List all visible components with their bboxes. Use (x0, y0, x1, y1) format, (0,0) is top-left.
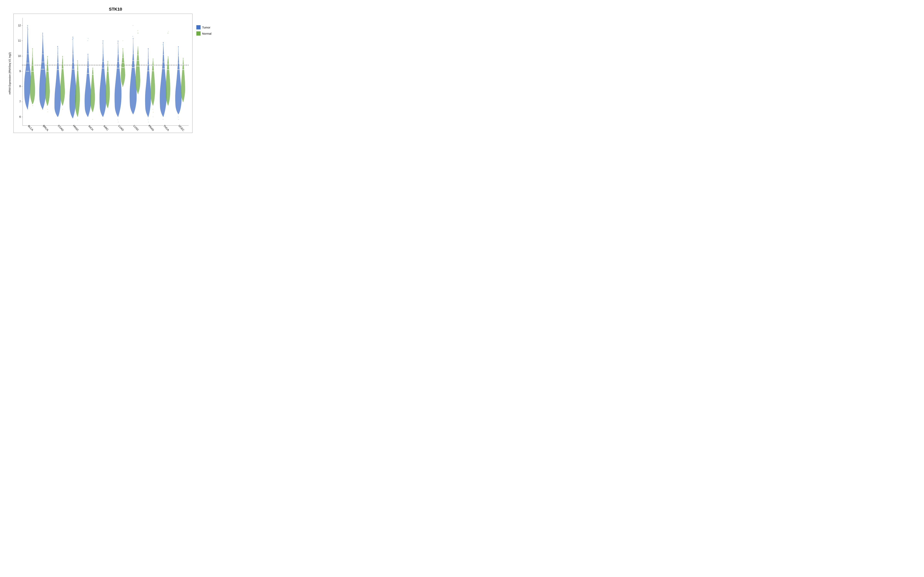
svg-point-123 (168, 31, 169, 32)
y-tick-6: 6 (19, 115, 21, 118)
svg-point-29 (47, 111, 48, 112)
violin-prad-tumor (145, 48, 151, 122)
violin-brca-tumor (39, 33, 46, 110)
svg-point-22 (42, 109, 43, 110)
svg-point-51 (77, 60, 78, 61)
svg-point-104 (148, 116, 148, 117)
x-label-kich: KICH (88, 125, 94, 131)
svg-point-84 (123, 86, 123, 87)
violin-luad-tumor (115, 41, 121, 122)
svg-point-110 (153, 112, 153, 113)
svg-point-95 (137, 33, 138, 34)
violin-thca-tumor (160, 42, 166, 119)
svg-point-11 (32, 48, 33, 49)
svg-point-44 (73, 37, 73, 37)
svg-point-62 (92, 119, 93, 119)
violin-brca-normal (45, 56, 50, 112)
svg-point-40 (62, 109, 63, 110)
svg-point-133 (183, 58, 184, 59)
svg-point-67 (102, 43, 103, 44)
svg-point-109 (153, 109, 153, 110)
chart-title: STK10 (6, 5, 225, 12)
plot-area: 12 11 10 9 8 7 (13, 14, 192, 133)
chart-container: STK10 mRNA Expression (RNASeq V2, log2) (6, 5, 225, 139)
svg-point-101 (148, 48, 149, 49)
svg-point-45 (72, 39, 73, 40)
svg-point-89 (133, 38, 134, 39)
svg-point-50 (78, 119, 78, 120)
svg-point-121 (168, 56, 168, 57)
svg-point-20 (42, 107, 43, 107)
legend-normal-label: Normal (202, 32, 212, 35)
svg-point-17 (42, 33, 43, 34)
svg-point-13 (32, 105, 33, 106)
violin-blca-tumor (24, 25, 31, 110)
svg-point-85 (123, 40, 123, 41)
violin-kirc-normal (106, 60, 110, 108)
svg-point-5 (28, 29, 28, 29)
svg-point-4 (27, 27, 27, 28)
svg-point-46 (73, 38, 74, 39)
violin-lusc-tumor (130, 25, 137, 114)
svg-point-76 (118, 41, 118, 42)
violin-lusc-normal (136, 31, 140, 94)
violin-prad-normal (151, 58, 155, 117)
svg-point-129 (178, 119, 179, 119)
svg-point-6 (27, 106, 28, 106)
svg-point-55 (87, 54, 88, 55)
svg-point-83 (123, 48, 123, 49)
svg-point-108 (153, 58, 153, 59)
svg-point-111 (153, 116, 153, 117)
svg-point-102 (148, 119, 148, 120)
y-axis-label: mRNA Expression (RNASeq V2, log2) (6, 14, 13, 133)
svg-point-68 (103, 119, 103, 119)
x-label-brca: BRCA (42, 124, 49, 132)
svg-point-134 (183, 101, 183, 102)
svg-point-38 (62, 56, 63, 57)
y-tick-12: 12 (18, 24, 21, 27)
violin-ucec-tumor (175, 46, 181, 119)
svg-point-91 (132, 25, 133, 26)
svg-point-103 (148, 122, 149, 122)
y-tick-8: 8 (19, 85, 21, 88)
x-label-kirc: KIRC (103, 125, 109, 131)
legend-tumor-box (196, 25, 200, 29)
svg-point-27 (47, 105, 48, 106)
violin-coad-tumor (55, 46, 61, 117)
violin-coad-normal (60, 56, 65, 110)
x-label-thca: THCA (163, 124, 170, 132)
svg-point-7 (27, 109, 28, 110)
svg-point-66 (103, 40, 103, 41)
legend-normal-box (196, 31, 200, 35)
violin-kich-normal (90, 63, 95, 119)
y-tick-9: 9 (19, 69, 21, 73)
violin-thca-normal (166, 31, 170, 106)
y-tick-11: 11 (18, 39, 21, 42)
svg-point-116 (163, 44, 163, 45)
svg-point-77 (118, 43, 118, 44)
legend-tumor: Tumor (196, 25, 225, 29)
svg-point-61 (92, 68, 93, 68)
svg-point-18 (42, 35, 42, 35)
y-tick-10: 10 (18, 55, 21, 58)
violin-ucec-normal (181, 58, 185, 102)
svg-point-72 (107, 61, 108, 62)
svg-point-12 (32, 103, 33, 104)
svg-point-33 (57, 46, 58, 47)
svg-point-28 (47, 109, 48, 110)
x-label-ucec: UCEC (178, 124, 185, 132)
svg-point-96 (137, 31, 138, 31)
y-tick-7: 7 (19, 100, 21, 103)
svg-point-115 (163, 42, 164, 43)
svg-point-79 (118, 122, 119, 122)
violin-kich-tumor (85, 38, 91, 117)
x-label-hnsc: HNSC (73, 124, 79, 132)
svg-point-56 (87, 40, 88, 41)
svg-point-39 (62, 105, 63, 106)
legend-normal: Normal (196, 31, 225, 35)
svg-point-34 (58, 48, 58, 49)
violin-hnsc-tumor (69, 37, 76, 118)
svg-point-117 (163, 119, 163, 119)
violin-hnsc-normal (75, 57, 80, 120)
svg-point-3 (27, 25, 28, 26)
